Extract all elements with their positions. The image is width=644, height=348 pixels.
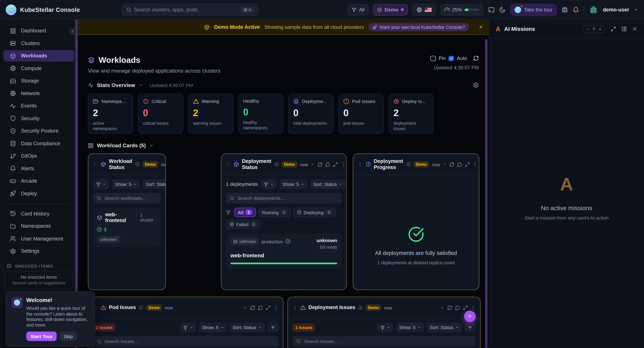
user-avatar[interactable]: [588, 5, 598, 14]
language-selector[interactable]: [412, 4, 436, 15]
chevron-down-icon[interactable]: [311, 162, 315, 166]
issues-search-input[interactable]: [104, 339, 275, 344]
stat-card[interactable]: Namespa... 2 active namespaces: [88, 94, 133, 134]
expand-icon[interactable]: [333, 162, 338, 167]
sort-dropdown[interactable]: Sort: Status: [426, 323, 462, 332]
kebab-menu-icon[interactable]: [473, 162, 478, 167]
info-icon[interactable]: [135, 162, 140, 167]
chevron-down-icon[interactable]: [443, 162, 447, 166]
banner-cta-link[interactable]: Want your own local KubeStellar Console?: [368, 23, 469, 31]
refresh-icon[interactable]: [473, 55, 479, 61]
sidebar-item[interactable]: Alerts: [3, 163, 74, 174]
sidebar-item[interactable]: User Management: [3, 233, 74, 244]
status-filter-chip[interactable]: Failed 0: [226, 220, 260, 229]
show-dropdown[interactable]: Show: 5: [279, 179, 308, 189]
skip-tour-button[interactable]: Skip: [60, 332, 77, 341]
show-dropdown[interactable]: Show: 5: [199, 323, 227, 332]
sort-dropdown[interactable]: Sort: Status: [310, 179, 346, 189]
chat-icon[interactable]: [457, 162, 462, 167]
font-smaller-button[interactable]: −: [587, 26, 589, 31]
info-icon[interactable]: [274, 162, 279, 167]
cast-icon[interactable]: [488, 6, 494, 13]
scope-filter-button[interactable]: All: [348, 4, 369, 15]
status-filter-chip[interactable]: Running 1: [258, 208, 291, 217]
issues-search-input[interactable]: [304, 339, 472, 344]
global-search-input[interactable]: [134, 7, 238, 12]
info-icon[interactable]: [139, 305, 143, 310]
collapse-chevron-icon[interactable]: [243, 306, 247, 310]
pin-checkbox[interactable]: [430, 55, 436, 61]
kebab-menu-icon[interactable]: [274, 305, 278, 310]
sidebar-item[interactable]: Compute: [3, 63, 74, 74]
drag-handle-icon[interactable]: [93, 162, 98, 167]
chevron-down-icon[interactable]: [149, 143, 154, 148]
info-icon[interactable]: [406, 162, 410, 167]
banner-close-icon[interactable]: [478, 24, 483, 29]
demo-mode-toggle[interactable]: Demo: [373, 4, 408, 15]
deployment-list-item[interactable]: unknown production unknown 3/3 ready web…: [226, 234, 342, 269]
workload-search-input[interactable]: [104, 196, 157, 201]
expand-icon[interactable]: [465, 162, 470, 167]
show-dropdown[interactable]: Show: 5: [396, 323, 424, 332]
sidebar-item[interactable]: Network: [3, 88, 74, 99]
sidebar-item[interactable]: Clusters: [3, 37, 74, 49]
global-search[interactable]: ⌘ K: [122, 4, 258, 16]
filter-button[interactable]: [93, 179, 109, 189]
sort-direction-button[interactable]: [464, 323, 476, 332]
workload-list-item[interactable]: web-frontend 1 cluster 1 unknown: [93, 208, 161, 247]
dark-mode-toggle-icon[interactable]: [499, 6, 506, 13]
status-filter-chip[interactable]: Deploying 0: [293, 208, 336, 217]
sidebar-item[interactable]: Data Compliance: [3, 138, 74, 149]
filter-button[interactable]: [260, 179, 277, 189]
sidebar-item[interactable]: Workloads: [3, 50, 74, 61]
filter-button[interactable]: [180, 323, 196, 332]
sidebar-item[interactable]: Events: [3, 100, 74, 112]
kebab-menu-icon[interactable]: [341, 162, 346, 167]
sort-dropdown[interactable]: Sort: Status: [142, 179, 166, 189]
notifications-bell-icon[interactable]: [572, 6, 579, 13]
expand-icon[interactable]: [266, 305, 271, 310]
refresh-icon[interactable]: [318, 162, 322, 167]
auto-checkbox[interactable]: [448, 55, 454, 61]
stat-card[interactable]: Healthy 0 healthy namespaces: [238, 94, 283, 134]
collapse-panel-icon[interactable]: [622, 26, 627, 32]
expand-panel-icon[interactable]: [611, 26, 616, 32]
stat-card[interactable]: Deployme... 0 total deployments: [288, 94, 334, 134]
user-menu-chevron-icon[interactable]: [634, 7, 638, 12]
filter-button[interactable]: [377, 323, 394, 332]
sidebar-item[interactable]: Arcade: [3, 175, 74, 187]
drag-handle-icon[interactable]: [226, 162, 231, 167]
stats-settings-gear-icon[interactable]: [473, 82, 479, 88]
deployment-search[interactable]: [226, 193, 342, 204]
info-icon[interactable]: [358, 305, 363, 310]
refresh-icon[interactable]: [250, 305, 255, 310]
take-tour-button[interactable]: ✦ Take the tour: [510, 3, 557, 16]
status-filter-chip[interactable]: All 1: [234, 208, 256, 217]
sidebar-collapse-button[interactable]: [70, 28, 76, 35]
stat-card[interactable]: Warning 2 warning issues: [188, 94, 233, 134]
stat-card[interactable]: Pod Issues 0 pod issues: [338, 94, 384, 134]
stat-card[interactable]: Critical 0 critical issues: [138, 94, 183, 134]
sidebar-item[interactable]: Settings: [3, 245, 74, 257]
collapse-chevron-icon[interactable]: [440, 306, 444, 310]
deployment-search-input[interactable]: [238, 196, 338, 201]
sort-dropdown[interactable]: Sort: Status: [230, 323, 265, 332]
font-larger-button[interactable]: +: [598, 26, 601, 31]
drag-handle-icon[interactable]: [358, 162, 362, 167]
sidebar-item[interactable]: Storage: [3, 75, 74, 86]
refresh-icon[interactable]: [447, 305, 452, 310]
start-tour-button[interactable]: Start Tour: [26, 332, 57, 341]
issues-search[interactable]: [292, 336, 476, 347]
sidebar-item[interactable]: Deploy: [3, 188, 74, 199]
chevron-down-icon[interactable]: [138, 83, 143, 87]
chat-icon[interactable]: [455, 305, 460, 310]
main-scrollbar[interactable]: [485, 39, 488, 348]
close-panel-icon[interactable]: [632, 26, 638, 32]
sidebar-item[interactable]: Security Posture: [3, 125, 74, 137]
sort-direction-button[interactable]: [267, 323, 278, 332]
drag-handle-icon[interactable]: [292, 305, 297, 310]
usage-meter[interactable]: 25%: [440, 4, 483, 15]
sidebar-item[interactable]: Namespaces: [3, 220, 74, 232]
refresh-icon[interactable]: [449, 162, 454, 167]
issues-search[interactable]: [93, 336, 278, 347]
